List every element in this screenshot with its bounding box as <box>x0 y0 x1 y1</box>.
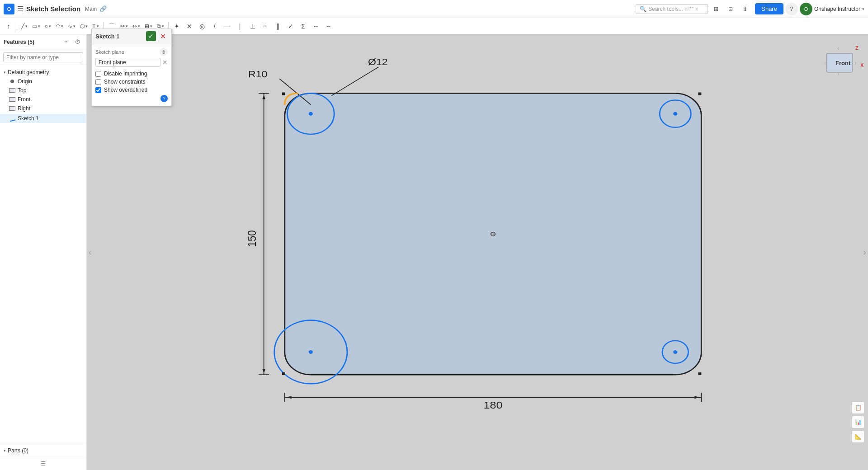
panel-header: Features (5) + ⏱ <box>0 34 86 50</box>
app-title: Sketch Selection <box>26 5 80 13</box>
link-icon[interactable]: 🔗 <box>99 5 107 12</box>
toolbar-circle-tool[interactable]: ○ ▾ <box>43 22 53 30</box>
parts-header[interactable]: ▾ Parts (0) <box>0 446 86 455</box>
help-button[interactable]: ? <box>785 3 798 15</box>
right-panel-btn-1[interactable]: 📋 <box>852 401 864 414</box>
svg-rect-26 <box>282 93 285 95</box>
canvas-svg: 150 180 R10 Ø12 <box>87 34 868 470</box>
right-mini-panel: 📋 📊 📐 <box>852 401 864 443</box>
view-cube-svg: Z X Front ‹ ‹ › › <box>823 43 863 84</box>
toolbar-eq-icon[interactable]: = <box>259 20 271 32</box>
toolbar-dash-icon[interactable]: — <box>222 20 233 32</box>
right-panel-btn-2[interactable]: 📊 <box>852 416 864 428</box>
toolbar-arc2-icon[interactable]: ⌢ <box>323 20 335 32</box>
show-constraints-label: Show constraints <box>104 79 145 85</box>
panel-add-button[interactable]: + <box>61 37 71 47</box>
svg-point-23 <box>309 350 313 354</box>
tree-item-origin[interactable]: Origin <box>0 77 86 86</box>
toolbar-rect-tool[interactable]: ▭ ▾ <box>30 22 42 30</box>
svg-rect-28 <box>282 372 285 375</box>
parts-label: Parts (0) <box>8 447 28 454</box>
disable-imprinting-checkbox[interactable] <box>95 71 101 77</box>
svg-point-25 <box>673 350 677 354</box>
svg-text:›: › <box>854 59 857 66</box>
search-icon: 🔍 <box>640 6 646 12</box>
toolbar-dot-circle-icon[interactable]: ◎ <box>196 20 208 32</box>
toolbar-arc-tool[interactable]: ◠ ▾ <box>54 22 65 30</box>
default-geometry-header[interactable]: ▾ Default geometry <box>0 68 86 77</box>
toolbar-back-icon[interactable]: ↑ <box>3 20 14 32</box>
tree-item-right[interactable]: Right <box>0 104 86 113</box>
tree-item-top[interactable]: Top <box>0 86 86 95</box>
svg-text:Ø12: Ø12 <box>368 57 388 67</box>
toolbar-sep-1 <box>17 22 17 31</box>
toolbar-x-icon[interactable]: ✕ <box>184 20 195 32</box>
tree-item-sketch1[interactable]: Sketch 1 <box>0 114 86 123</box>
svg-rect-29 <box>698 372 701 375</box>
toolbar-spline-tool[interactable]: ∿ ▾ <box>66 22 77 30</box>
search-tools-input[interactable]: 🔍 Search tools... alt/⌃ c <box>636 4 708 14</box>
circle-icon: ○ <box>45 23 48 29</box>
top-icon-info[interactable]: ℹ <box>739 3 751 15</box>
right-panel-btn-3[interactable]: 📐 <box>852 430 864 443</box>
svg-text:Front: Front <box>835 60 851 66</box>
toolbar-wand-icon[interactable]: ✦ <box>171 20 183 32</box>
user-dropdown-arrow: ▾ <box>862 7 864 11</box>
panel-title: Features (5) <box>4 39 59 45</box>
svg-rect-27 <box>698 93 701 95</box>
svg-text:‹: ‹ <box>837 44 840 52</box>
toolbar-tick-icon[interactable]: ✓ <box>285 20 297 32</box>
tree-item-front[interactable]: Front <box>0 95 86 104</box>
top-icon-grid[interactable]: ⊟ <box>724 3 737 15</box>
top-label: Top <box>18 87 26 94</box>
top-icon-apps[interactable]: ⊞ <box>710 3 722 15</box>
front-plane-icon <box>9 96 15 103</box>
svg-point-21 <box>673 112 677 116</box>
sketch-close-button[interactable]: ✕ <box>158 31 168 41</box>
sketch1-label: Sketch 1 <box>18 115 39 122</box>
toolbar-parallel-icon[interactable]: ‖ <box>272 20 284 32</box>
toolbar-vert-icon[interactable]: | <box>234 20 246 32</box>
show-constraints-checkbox[interactable] <box>95 79 101 85</box>
sketch-plane-history-icon[interactable]: ⏱ <box>160 48 168 56</box>
filter-row <box>0 50 86 65</box>
share-button[interactable]: Share <box>755 3 783 14</box>
collapse-arrow: ▾ <box>4 70 6 75</box>
toolbar-perp-icon[interactable]: ⊥ <box>247 20 259 32</box>
filter-input[interactable] <box>3 52 83 62</box>
disable-imprinting-option[interactable]: Disable imprinting <box>95 70 168 77</box>
show-overdefined-checkbox[interactable] <box>95 87 101 93</box>
plane-tag: Front plane <box>95 58 160 67</box>
canvas-nav-right[interactable]: › <box>863 248 866 257</box>
svg-text:180: 180 <box>483 400 502 411</box>
panel-history-button[interactable]: ⏱ <box>73 37 83 47</box>
parts-section: ▾ Parts (0) <box>0 444 86 457</box>
poly-icon: ⬡ <box>80 23 85 29</box>
parts-arrow: ▾ <box>4 448 6 453</box>
help-question-icon[interactable]: ? <box>160 95 168 102</box>
plane-remove-button[interactable]: ✕ <box>162 59 168 66</box>
toolbar-poly-tool[interactable]: ⬡ ▾ <box>78 22 90 30</box>
spline-icon: ∿ <box>68 23 72 29</box>
show-constraints-option[interactable]: Show constraints <box>95 79 168 85</box>
logo-area: O ☰ Sketch Selection Main 🔗 <box>4 4 107 14</box>
user-area[interactable]: O Onshape Instructor ▾ <box>800 3 864 15</box>
toolbar-sigma-icon[interactable]: Σ <box>297 20 309 32</box>
sketch-plane-label: Sketch plane <box>95 49 124 55</box>
toolbar-arrows-icon[interactable]: ↔ <box>310 20 322 32</box>
show-overdefined-option[interactable]: Show overdefined <box>95 87 168 93</box>
toolbar-slash-icon[interactable]: / <box>209 20 221 32</box>
svg-text:X: X <box>860 62 863 68</box>
main-layout: Features (5) + ⏱ ▾ Default geometry Orig… <box>0 34 868 470</box>
toolbar-line-tool[interactable]: ╱ ▾ <box>19 22 29 30</box>
top-plane-icon <box>9 87 15 94</box>
user-avatar: O <box>800 3 812 15</box>
hamburger-menu[interactable]: ☰ <box>17 5 24 13</box>
panel-list-icon[interactable]: ☰ <box>39 459 48 468</box>
svg-text:›: › <box>837 70 840 77</box>
arc-icon: ◠ <box>56 23 60 29</box>
top-bar: O ☰ Sketch Selection Main 🔗 🔍 Search too… <box>0 0 868 18</box>
sketch-confirm-button[interactable]: ✓ <box>146 31 156 41</box>
canvas-nav-left[interactable]: ‹ <box>89 248 91 257</box>
canvas-area[interactable]: 150 180 R10 Ø12 <box>87 34 868 470</box>
